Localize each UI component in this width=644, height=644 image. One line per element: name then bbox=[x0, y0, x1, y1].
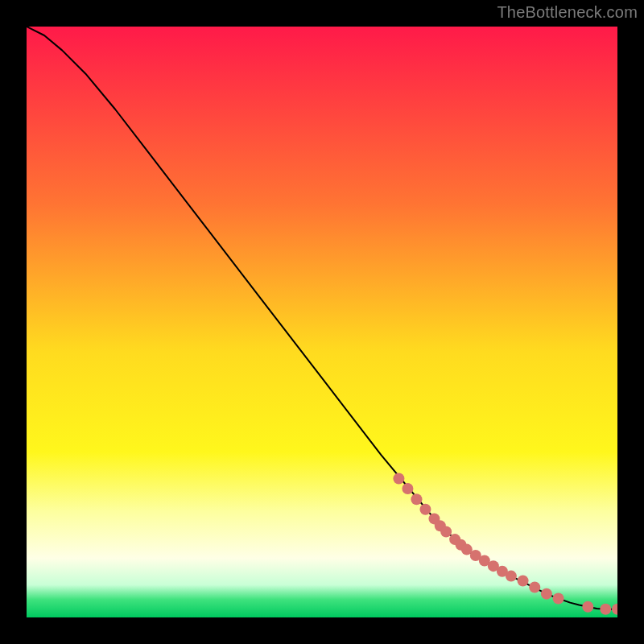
data-point bbox=[582, 601, 593, 613]
chart-frame: TheBottleneck.com bbox=[0, 0, 644, 644]
data-point bbox=[440, 526, 452, 538]
plot-area bbox=[27, 27, 617, 617]
attribution-label: TheBottleneck.com bbox=[497, 3, 638, 22]
gradient-background bbox=[27, 27, 617, 617]
data-point bbox=[402, 483, 413, 494]
data-point bbox=[529, 582, 540, 593]
data-point bbox=[506, 571, 517, 582]
data-point bbox=[600, 604, 611, 615]
plot-svg bbox=[27, 27, 617, 617]
data-point bbox=[553, 593, 564, 605]
data-point bbox=[411, 493, 422, 505]
data-point bbox=[518, 575, 529, 586]
data-point bbox=[419, 504, 431, 515]
data-point bbox=[541, 588, 552, 600]
data-point bbox=[393, 473, 404, 485]
